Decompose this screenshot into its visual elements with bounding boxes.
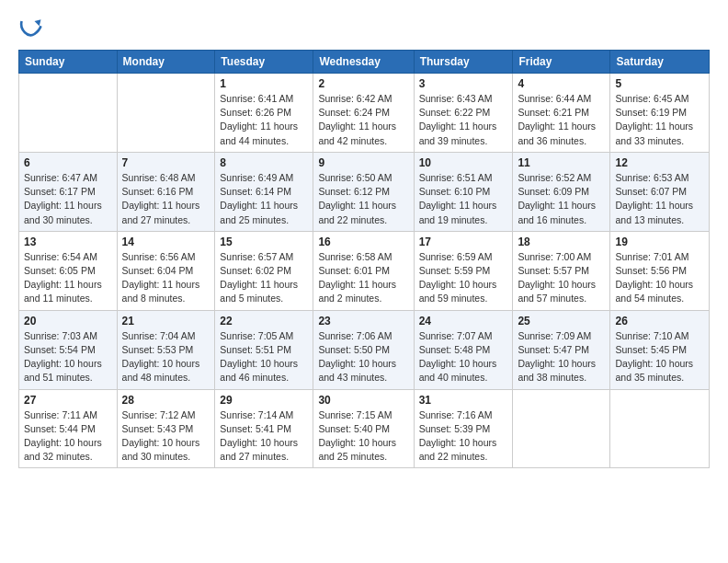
weekday-header-thursday: Thursday (414, 51, 513, 74)
calendar-cell: 5Sunrise: 6:45 AM Sunset: 6:19 PM Daylig… (610, 74, 710, 153)
day-info: Sunrise: 6:42 AM Sunset: 6:24 PM Dayligh… (318, 92, 408, 148)
day-info: Sunrise: 7:11 AM Sunset: 5:44 PM Dayligh… (24, 408, 112, 465)
day-number: 19 (615, 236, 704, 248)
logo-icon (18, 15, 44, 40)
calendar-cell: 22Sunrise: 7:05 AM Sunset: 5:51 PM Dayli… (215, 310, 313, 389)
day-info: Sunrise: 7:16 AM Sunset: 5:39 PM Dayligh… (419, 408, 508, 465)
day-info: Sunrise: 7:07 AM Sunset: 5:48 PM Dayligh… (419, 329, 508, 385)
calendar-cell (117, 74, 215, 153)
day-number: 28 (122, 394, 210, 407)
day-info: Sunrise: 6:50 AM Sunset: 6:12 PM Dayligh… (318, 171, 408, 227)
calendar-cell: 7Sunrise: 6:48 AM Sunset: 6:16 PM Daylig… (117, 152, 215, 231)
day-number: 11 (518, 156, 605, 169)
weekday-header-saturday: Saturday (610, 51, 710, 74)
day-info: Sunrise: 6:53 AM Sunset: 6:07 PM Dayligh… (615, 171, 704, 227)
calendar-cell: 4Sunrise: 6:44 AM Sunset: 6:21 PM Daylig… (513, 74, 610, 153)
day-number: 8 (220, 156, 308, 169)
day-info: Sunrise: 6:51 AM Sunset: 6:10 PM Dayligh… (419, 171, 508, 227)
page: SundayMondayTuesdayWednesdayThursdayFrid… (0, 0, 728, 483)
day-number: 26 (615, 315, 704, 327)
day-info: Sunrise: 7:01 AM Sunset: 5:56 PM Dayligh… (615, 250, 704, 306)
weekday-header-row: SundayMondayTuesdayWednesdayThursdayFrid… (19, 51, 710, 74)
calendar-cell: 15Sunrise: 6:57 AM Sunset: 6:02 PM Dayli… (215, 231, 313, 310)
day-info: Sunrise: 7:03 AM Sunset: 5:54 PM Dayligh… (24, 329, 112, 385)
day-number: 16 (318, 236, 408, 248)
day-number: 7 (122, 156, 210, 169)
calendar-cell: 26Sunrise: 7:10 AM Sunset: 5:45 PM Dayli… (610, 310, 710, 389)
calendar-cell: 11Sunrise: 6:52 AM Sunset: 6:09 PM Dayli… (513, 152, 610, 231)
day-number: 23 (318, 315, 408, 327)
day-info: Sunrise: 6:49 AM Sunset: 6:14 PM Dayligh… (220, 171, 308, 227)
calendar-cell: 12Sunrise: 6:53 AM Sunset: 6:07 PM Dayli… (610, 152, 710, 231)
calendar-cell: 2Sunrise: 6:42 AM Sunset: 6:24 PM Daylig… (313, 74, 414, 153)
day-number: 2 (318, 77, 408, 90)
logo (18, 15, 48, 40)
day-number: 22 (220, 315, 308, 327)
calendar-cell: 24Sunrise: 7:07 AM Sunset: 5:48 PM Dayli… (414, 310, 513, 389)
day-info: Sunrise: 6:59 AM Sunset: 5:59 PM Dayligh… (419, 250, 508, 306)
day-number: 12 (615, 156, 704, 169)
calendar-cell: 8Sunrise: 6:49 AM Sunset: 6:14 PM Daylig… (215, 152, 313, 231)
day-number: 31 (419, 394, 508, 407)
calendar-cell: 14Sunrise: 6:56 AM Sunset: 6:04 PM Dayli… (117, 231, 215, 310)
day-number: 18 (518, 236, 605, 248)
calendar-cell: 29Sunrise: 7:14 AM Sunset: 5:41 PM Dayli… (215, 389, 313, 468)
day-info: Sunrise: 6:47 AM Sunset: 6:17 PM Dayligh… (24, 171, 112, 227)
week-row-4: 20Sunrise: 7:03 AM Sunset: 5:54 PM Dayli… (19, 310, 710, 389)
day-number: 9 (318, 156, 408, 169)
calendar-cell: 20Sunrise: 7:03 AM Sunset: 5:54 PM Dayli… (19, 310, 118, 389)
day-number: 13 (24, 236, 112, 248)
day-number: 10 (419, 156, 508, 169)
day-number: 24 (419, 315, 508, 327)
day-info: Sunrise: 6:48 AM Sunset: 6:16 PM Dayligh… (122, 171, 210, 227)
calendar-cell: 21Sunrise: 7:04 AM Sunset: 5:53 PM Dayli… (117, 310, 215, 389)
calendar-cell: 10Sunrise: 6:51 AM Sunset: 6:10 PM Dayli… (414, 152, 513, 231)
day-info: Sunrise: 6:52 AM Sunset: 6:09 PM Dayligh… (518, 171, 605, 227)
calendar-cell (610, 389, 710, 468)
day-info: Sunrise: 7:14 AM Sunset: 5:41 PM Dayligh… (220, 408, 308, 465)
day-number: 15 (220, 236, 308, 248)
day-number: 6 (24, 156, 112, 169)
calendar-cell: 30Sunrise: 7:15 AM Sunset: 5:40 PM Dayli… (313, 389, 414, 468)
day-number: 17 (419, 236, 508, 248)
day-number: 20 (24, 315, 112, 327)
weekday-header-tuesday: Tuesday (215, 51, 313, 74)
weekday-header-wednesday: Wednesday (313, 51, 414, 74)
day-info: Sunrise: 6:41 AM Sunset: 6:26 PM Dayligh… (220, 92, 308, 148)
calendar-cell (19, 74, 118, 153)
day-info: Sunrise: 7:06 AM Sunset: 5:50 PM Dayligh… (318, 329, 408, 385)
calendar-cell: 31Sunrise: 7:16 AM Sunset: 5:39 PM Dayli… (414, 389, 513, 468)
day-info: Sunrise: 7:00 AM Sunset: 5:57 PM Dayligh… (518, 250, 605, 306)
calendar-cell: 17Sunrise: 6:59 AM Sunset: 5:59 PM Dayli… (414, 231, 513, 310)
calendar-cell: 6Sunrise: 6:47 AM Sunset: 6:17 PM Daylig… (19, 152, 118, 231)
day-info: Sunrise: 7:10 AM Sunset: 5:45 PM Dayligh… (615, 329, 704, 385)
day-info: Sunrise: 6:45 AM Sunset: 6:19 PM Dayligh… (615, 92, 704, 148)
calendar-cell: 3Sunrise: 6:43 AM Sunset: 6:22 PM Daylig… (414, 74, 513, 153)
day-number: 5 (615, 77, 704, 90)
day-number: 1 (220, 77, 308, 90)
calendar-cell: 16Sunrise: 6:58 AM Sunset: 6:01 PM Dayli… (313, 231, 414, 310)
weekday-header-monday: Monday (117, 51, 215, 74)
calendar-cell: 1Sunrise: 6:41 AM Sunset: 6:26 PM Daylig… (215, 74, 313, 153)
day-info: Sunrise: 6:44 AM Sunset: 6:21 PM Dayligh… (518, 92, 605, 148)
day-number: 29 (220, 394, 308, 407)
calendar-cell: 9Sunrise: 6:50 AM Sunset: 6:12 PM Daylig… (313, 152, 414, 231)
calendar-cell: 28Sunrise: 7:12 AM Sunset: 5:43 PM Dayli… (117, 389, 215, 468)
day-number: 27 (24, 394, 112, 407)
day-info: Sunrise: 6:43 AM Sunset: 6:22 PM Dayligh… (419, 92, 508, 148)
day-info: Sunrise: 7:05 AM Sunset: 5:51 PM Dayligh… (220, 329, 308, 385)
calendar-cell (513, 389, 610, 468)
day-info: Sunrise: 6:58 AM Sunset: 6:01 PM Dayligh… (318, 250, 408, 306)
week-row-5: 27Sunrise: 7:11 AM Sunset: 5:44 PM Dayli… (19, 389, 710, 468)
day-number: 14 (122, 236, 210, 248)
day-number: 3 (419, 77, 508, 90)
day-number: 25 (518, 315, 605, 327)
week-row-3: 13Sunrise: 6:54 AM Sunset: 6:05 PM Dayli… (19, 231, 710, 310)
day-number: 21 (122, 315, 210, 327)
week-row-2: 6Sunrise: 6:47 AM Sunset: 6:17 PM Daylig… (19, 152, 710, 231)
calendar-cell: 19Sunrise: 7:01 AM Sunset: 5:56 PM Dayli… (610, 231, 710, 310)
header (18, 15, 710, 40)
calendar-cell: 13Sunrise: 6:54 AM Sunset: 6:05 PM Dayli… (19, 231, 118, 310)
day-info: Sunrise: 7:15 AM Sunset: 5:40 PM Dayligh… (318, 408, 408, 465)
weekday-header-friday: Friday (513, 51, 610, 74)
